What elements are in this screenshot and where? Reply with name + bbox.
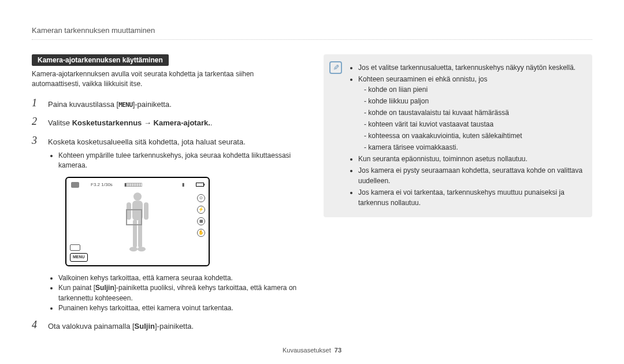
page-title: Kameran tarkennuksen muuttaminen [32,26,155,35]
list-item: Jos et valitse tarkennusaluetta, tarkenn… [358,62,583,73]
step-2: 2 Valitse Kosketustarkennus → Kamera-ajo… [32,116,300,129]
step-body: Kosketa kosketusalueella sitä kohdetta, … [48,135,300,314]
list-item: Kun seuranta epäonnistuu, toiminnon aset… [358,154,583,164]
flash-icon: ⚡ [197,206,205,214]
battery-icon [196,183,204,187]
step-number: 4 [32,319,42,331]
menu-button-icon: MENU [70,253,88,262]
step-3-sub-item: Kohteen ympärille tulee tarkennuskehys, … [58,151,300,171]
right-column: Jos et valitse tarkennusaluetta, tarkenn… [324,54,592,338]
camera-right-icons: ☺ ⚡ ▦ ✋ [197,194,205,237]
timer-icon: ▦ [197,217,205,225]
svg-point-7 [138,247,146,252]
two-column-layout: Kamera-ajotarkennuksen käyttäminen Kamer… [32,54,592,338]
list-item: kohde on taustavalaistu tai kuvaat hämär… [364,107,583,118]
list-item: kohde liikkuu paljon [364,96,583,106]
step-number: 1 [32,97,42,109]
note-sub-list: kohde on liian pieni kohde liikkuu paljo… [358,84,583,153]
left-column: Kamera-ajotarkennuksen käyttäminen Kamer… [32,54,300,338]
svg-point-0 [133,193,142,201]
steps-list: 1 Paina kuvaustilassa [MENU]-painiketta.… [32,97,300,332]
step-3: 3 Kosketa kosketusalueella sitä kohdetta… [32,135,300,314]
flag-icon: ▮ [182,181,184,188]
list-item: kohde on liian pieni [364,84,583,95]
list-item: Punainen kehys tarkoittaa, ettei kamera … [58,303,300,313]
page-footer: Kuvausasetukset 73 [0,347,624,354]
step-number: 3 [32,135,42,147]
step-number: 2 [32,116,42,128]
ev-meter-icon: ▮▯▯▯▯▯▯▯▯▯ [124,181,142,188]
note-icon [329,61,342,74]
menu-icon: MENU [118,101,133,109]
camera-screen-illustration: F3.2 1/30s ▮▯▯▯▯▯▯▯▯▯ ▮ ☺ ⚡ ▦ ✋ [65,177,210,266]
subheading-text: Kamera-ajotarkennuksen käyttäminen [38,56,163,64]
list-item: kohteen värit tai kuviot vastaavat taust… [364,119,583,129]
list-item: kohteessa on vaakakuviointia, kuten säle… [364,131,583,141]
footer-page-number: 73 [335,347,341,354]
exposure-readout: F3.2 1/30s [91,181,113,188]
step-4: 4 Ota valokuva painamalla [Suljin]-paini… [32,319,300,332]
step-body: Valitse Kosketustarkennus → Kamera-ajota… [48,116,300,129]
list-item: Jos kamera ei pysty seuraamaan kohdetta,… [358,165,583,186]
note-box: Jos et valitse tarkennusaluetta, tarkenn… [324,54,592,217]
af-area-icon [70,244,80,251]
step-body: Ota valokuva painamalla [Suljin]-painike… [48,319,300,332]
intro-paragraph: Kamera-ajotarkennuksen avulla voit seura… [32,69,300,89]
step-body: Paina kuvaustilassa [MENU]-painiketta. [48,97,300,110]
step-1: 1 Paina kuvaustilassa [MENU]-painiketta. [32,97,300,110]
after-screen-bullets: Valkoinen kehys tarkoittaa, että kamera … [48,273,300,314]
step-3-sub-list: Kohteen ympärille tulee tarkennuskehys, … [48,151,300,171]
subheading-box: Kamera-ajotarkennuksen käyttäminen [32,54,169,66]
footer-section: Kuvausasetukset [283,347,331,354]
list-item: Kohteen seuraaminen ei ehkä onnistu, jos… [358,74,583,153]
focus-frame-icon [126,209,142,225]
note-list: Jos et valitse tarkennusaluetta, tarkenn… [349,62,583,208]
list-item: kamera tärisee voimakkaasti. [364,142,583,153]
camera-bottom-left: MENU [70,244,88,262]
mode-icon [71,182,79,188]
svg-rect-3 [144,203,148,220]
face-detect-icon: ☺ [197,194,205,202]
stabilizer-icon: ✋ [197,229,205,237]
page-header: Kameran tarkennuksen muuttaminen [32,26,592,40]
list-item: Jos kamera ei voi tarkentaa, tarkennuske… [358,187,583,208]
list-item: Valkoinen kehys tarkoittaa, että kamera … [58,273,300,283]
camera-top-bar: F3.2 1/30s ▮▯▯▯▯▯▯▯▯▯ ▮ [71,181,204,188]
svg-point-6 [129,247,138,252]
list-item: Kun painat [Suljin]-painiketta puoliksi,… [58,283,300,303]
